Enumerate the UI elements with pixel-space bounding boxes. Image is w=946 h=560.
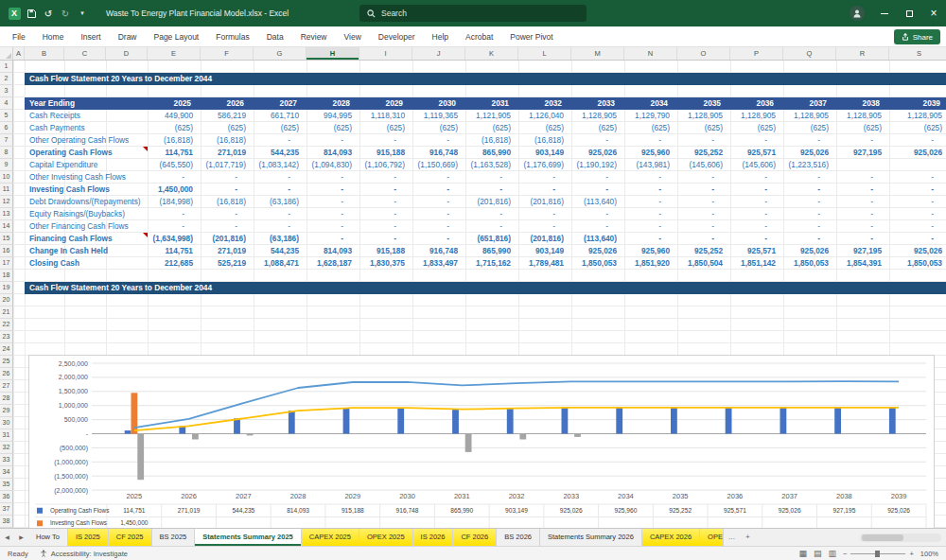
cell-G15[interactable]: (63,186)	[254, 233, 307, 245]
cell-O17[interactable]: 1,850,504	[677, 257, 730, 270]
cell-N15[interactable]: -	[624, 233, 677, 245]
sheet-tabs-overflow-button[interactable]: …	[724, 529, 740, 546]
cell-M4[interactable]: 2033	[571, 97, 624, 110]
cell-G14[interactable]: -	[254, 220, 307, 233]
cell-P8[interactable]: 925,571	[730, 147, 783, 159]
cell-N6[interactable]: (625)	[624, 122, 677, 134]
cell-S13[interactable]: -	[889, 208, 946, 220]
cashflow-chart[interactable]: 2,500,0002,000,0001,500,0001,000,000500,…	[28, 355, 935, 528]
cell-B15[interactable]: Financing Cash Flows	[25, 233, 162, 245]
cell-G16[interactable]: 544,235	[254, 245, 307, 257]
cell-K14[interactable]: -	[465, 220, 518, 233]
cell-M7[interactable]: -	[571, 134, 624, 147]
column-header-R[interactable]: R	[836, 47, 889, 60]
cell-N13[interactable]: -	[624, 208, 677, 220]
cell-N9[interactable]: (143,981)	[624, 159, 677, 171]
cell-L11[interactable]: -	[518, 184, 571, 196]
cell-K11[interactable]: -	[465, 184, 518, 196]
cell-P15[interactable]: -	[730, 233, 783, 245]
cell-K15[interactable]: (651,816)	[465, 233, 518, 245]
horizontal-scrollbar[interactable]	[855, 529, 946, 546]
cell-K9[interactable]: (1,163,528)	[465, 159, 518, 171]
cell-R13[interactable]: -	[836, 208, 889, 220]
cell-J17[interactable]: 1,833,497	[412, 257, 465, 270]
cell-Q13[interactable]: -	[783, 208, 836, 220]
sheet-tab-bs-2025[interactable]: BS 2025	[152, 529, 196, 546]
cell-E13[interactable]: -	[148, 208, 201, 220]
cell-J9[interactable]: (1,150,669)	[412, 159, 465, 171]
cell-J16[interactable]: 916,748	[412, 245, 465, 257]
cell-E15[interactable]: (1,634,998)	[148, 233, 201, 245]
page-break-view-icon[interactable]: ▥	[829, 550, 837, 558]
cell-I11[interactable]: -	[359, 184, 412, 196]
cell-L5[interactable]: 1,126,040	[518, 110, 571, 122]
cell-Q15[interactable]: -	[783, 233, 836, 245]
sheet-tab-ope[interactable]: OPE	[700, 529, 724, 546]
cell-I4[interactable]: 2029	[359, 97, 412, 110]
cell-Q4[interactable]: 2037	[783, 97, 836, 110]
cell-M6[interactable]: (625)	[571, 122, 624, 134]
cell-L15[interactable]: (201,816)	[518, 233, 571, 245]
cell-S5[interactable]: 1,128,905	[889, 110, 946, 122]
cell-J13[interactable]: -	[412, 208, 465, 220]
cell-K17[interactable]: 1,715,162	[465, 257, 518, 270]
cell-J6[interactable]: (625)	[412, 122, 465, 134]
grid[interactable]: 1234567891011121314151617181920212223242…	[0, 61, 946, 528]
sheet-tab-opex-2025[interactable]: OPEX 2025	[359, 529, 413, 546]
cell-E17[interactable]: 212,685	[148, 257, 201, 270]
cell-R17[interactable]: 1,854,391	[836, 257, 889, 270]
cell-F6[interactable]: (625)	[201, 122, 254, 134]
zoom-slider-thumb[interactable]	[875, 551, 880, 557]
cell-S10[interactable]: -	[889, 171, 946, 184]
cell-B7[interactable]: Other Operating Cash Flows	[25, 134, 162, 147]
cell-Q16[interactable]: 925,026	[783, 245, 836, 257]
ribbon-tab-acrobat[interactable]: Acrobat	[457, 26, 501, 47]
cell-E16[interactable]: 114,751	[148, 245, 201, 257]
cell-P5[interactable]: 1,128,905	[730, 110, 783, 122]
sheet-tab-statements-summary-2026[interactable]: Statements Summary 2026	[540, 529, 642, 546]
cell-E14[interactable]: -	[148, 220, 201, 233]
undo-button[interactable]: ↺	[40, 4, 57, 23]
share-button[interactable]: Share	[894, 29, 940, 44]
cell-R16[interactable]: 927,195	[836, 245, 889, 257]
cell-O4[interactable]: 2035	[677, 97, 730, 110]
cell-K16[interactable]: 865,990	[465, 245, 518, 257]
ribbon-tab-file[interactable]: File	[4, 26, 34, 47]
cell-M9[interactable]: (1,190,192)	[571, 159, 624, 171]
cell-J7[interactable]: -	[412, 134, 465, 147]
cell-E8[interactable]: 114,751	[148, 147, 201, 159]
cell-Q8[interactable]: 925,026	[783, 147, 836, 159]
accessibility-checker-button[interactable]: Accessibility: Investigate	[40, 550, 128, 558]
cell-O11[interactable]: -	[677, 184, 730, 196]
cell-P4[interactable]: 2036	[730, 97, 783, 110]
cell-L6[interactable]: (625)	[518, 122, 571, 134]
cell-P7[interactable]: -	[730, 134, 783, 147]
cell-P12[interactable]: -	[730, 196, 783, 208]
column-header-P[interactable]: P	[730, 47, 783, 60]
cell-H14[interactable]: -	[307, 220, 359, 233]
cell-O8[interactable]: 925,252	[677, 147, 730, 159]
cell-O13[interactable]: -	[677, 208, 730, 220]
column-header-S[interactable]: S	[889, 47, 946, 60]
column-header-I[interactable]: I	[359, 47, 412, 60]
cell-B14[interactable]: Other Financing Cash Flows	[25, 220, 162, 233]
cell-S15[interactable]: -	[889, 233, 946, 245]
column-header-B[interactable]: B	[25, 47, 64, 60]
select-all-corner[interactable]	[0, 47, 13, 60]
cell-M11[interactable]: -	[571, 184, 624, 196]
cell-N12[interactable]: -	[624, 196, 677, 208]
column-header-Q[interactable]: Q	[783, 47, 836, 60]
cell-L13[interactable]: -	[518, 208, 571, 220]
cell-L14[interactable]: -	[518, 220, 571, 233]
cell-N16[interactable]: 925,960	[624, 245, 677, 257]
cell-B4[interactable]: Year Ending	[25, 97, 148, 110]
cell-R15[interactable]: -	[836, 233, 889, 245]
cell-O5[interactable]: 1,128,905	[677, 110, 730, 122]
cell-P14[interactable]: -	[730, 220, 783, 233]
cell-G12[interactable]: (63,186)	[254, 196, 307, 208]
ribbon-tab-developer[interactable]: Developer	[370, 26, 424, 47]
cell-K6[interactable]: (625)	[465, 122, 518, 134]
cell-B5[interactable]: Cash Receipts	[25, 110, 162, 122]
cell-I15[interactable]: -	[359, 233, 412, 245]
column-header-N[interactable]: N	[624, 47, 677, 60]
